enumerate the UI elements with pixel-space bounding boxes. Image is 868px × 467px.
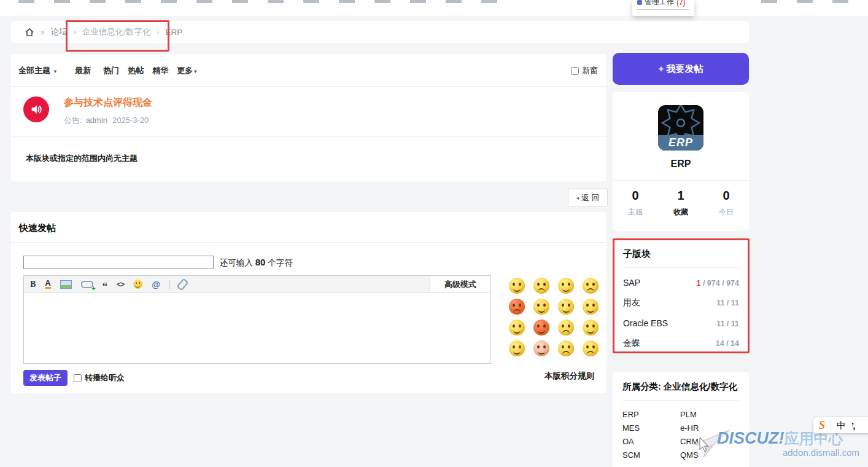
stat-favorites-label: 收藏 (658, 207, 703, 218)
category-links: ERP PLM MES e-HR OA CRM SCM QMS (622, 410, 739, 460)
smiley-icon-slight-smile[interactable] (558, 299, 574, 315)
ime-language-toggle[interactable]: 中 (837, 420, 846, 431)
filter-all-topics[interactable]: 全部主题 ▾ (18, 65, 56, 76)
smiley-picker-icon[interactable] (133, 280, 142, 289)
announcement-meta: 公告:admin2025-3-20 (64, 115, 152, 126)
nav-dropdown-panel: 管理工作(7) (632, 0, 694, 16)
smiley-icon-frown[interactable] (533, 278, 549, 294)
stat-today[interactable]: 0 今日 (703, 189, 749, 218)
category-link-oa[interactable]: OA (622, 437, 680, 446)
attachment-paperclip-icon[interactable] (176, 278, 188, 291)
subforum-name[interactable]: 用友 (623, 297, 640, 308)
message-textarea[interactable] (24, 293, 490, 362)
stat-topics[interactable]: 0 主题 (613, 189, 658, 218)
editor-toolbar: B A “ <> @ 高级模式 (24, 276, 490, 293)
category-link-mes[interactable]: MES (622, 423, 680, 433)
ime-punctuation-toggle[interactable]: ’, (851, 420, 854, 431)
smiley-icon-mad[interactable] (509, 299, 525, 315)
subforum-name[interactable]: Oracle EBS (623, 318, 668, 328)
announcement-author-link[interactable]: admin (86, 116, 107, 125)
category-link-ehr[interactable]: e-HR (680, 423, 739, 433)
home-icon[interactable] (25, 28, 34, 37)
back-button[interactable]: ◂ 返 回 (568, 189, 608, 207)
divider (613, 180, 749, 181)
smiley-icon-laugh[interactable] (583, 320, 599, 336)
admin-menu-item[interactable]: 管理工作(7) (637, 0, 694, 7)
forum-name: ERP (613, 159, 749, 170)
category-link-scm[interactable]: SCM (622, 450, 680, 460)
smiley-icon-sick[interactable] (533, 320, 549, 336)
ime-divider (831, 421, 831, 430)
forum-stats: 0 主题 1 收藏 0 今日 (613, 189, 749, 218)
broadcast-label: 转播给听众 (85, 372, 125, 383)
filter-more[interactable]: 更多▾ (177, 65, 197, 76)
subforum-count: 1 / 974 / 974 (696, 279, 739, 288)
advanced-mode-button[interactable]: 高级模式 (430, 276, 490, 292)
insert-image-icon[interactable] (60, 280, 72, 289)
insert-link-icon[interactable] (81, 281, 93, 288)
smiley-icon-tongue[interactable] (558, 340, 574, 356)
forum-logo-band: ERP (658, 135, 703, 151)
topic-filter-bar: 全部主题 ▾ 最新 热门 热帖 精华 更多▾ 新窗 (11, 54, 606, 80)
smiley-grid (508, 277, 599, 357)
smiley-icon-wonder[interactable] (533, 299, 549, 315)
subforums-card-with-red-annotation: 子版块 SAP 1 / 974 / 974 用友 11 / 11 Oracle … (613, 238, 750, 353)
chevron-down-icon: ▾ (54, 68, 57, 74)
smiley-icon-scream[interactable] (558, 320, 574, 336)
subforum-count: 11 / 11 (716, 320, 739, 328)
top-nav-clipped-text (18, 0, 510, 3)
quote-icon[interactable]: “ (103, 283, 108, 289)
subforum-row-sap[interactable]: SAP 1 / 974 / 974 (623, 278, 739, 288)
stat-today-value: 0 (703, 189, 749, 203)
filter-digest[interactable]: 精华 (152, 65, 168, 76)
smiley-icon-titter[interactable] (509, 320, 525, 336)
smiley-icon-cry[interactable] (583, 278, 599, 294)
chevron-down-icon: ▾ (194, 68, 197, 74)
forum-logo-text: ERP (668, 136, 693, 149)
breadcrumb-board-current: ERP (165, 28, 182, 37)
smiley-icon-biggrin[interactable] (558, 278, 574, 294)
submit-post-button[interactable]: 发表帖子 (23, 370, 68, 386)
category-link-plm[interactable]: PLM (680, 410, 739, 419)
subforum-name[interactable]: SAP (623, 278, 640, 288)
smiley-icon-content[interactable] (583, 299, 599, 315)
stat-favorites[interactable]: 1 收藏 (658, 189, 703, 218)
forum-info-card: ERP ERP 0 主题 1 收藏 0 今日 (613, 92, 749, 231)
smiley-icon-blush[interactable] (533, 340, 549, 356)
category-link-crm[interactable]: CRM (680, 437, 739, 446)
subject-input[interactable] (23, 256, 214, 269)
code-icon[interactable]: <> (117, 280, 124, 289)
broadcast-checkbox[interactable] (74, 374, 82, 382)
filter-latest[interactable]: 最新 (75, 65, 91, 76)
filter-hot-posts[interactable]: 热帖 (128, 65, 144, 76)
subforum-row-kingdee[interactable]: 金蝶 14 / 14 (623, 338, 739, 349)
top-nav-bar (0, 0, 868, 17)
category-link-qms[interactable]: QMS (680, 450, 739, 460)
bold-icon[interactable]: B (30, 280, 36, 289)
category-link-erp[interactable]: ERP (622, 410, 680, 419)
announcement-title-link[interactable]: 参与技术点评得现金 (64, 96, 152, 109)
subforum-row-oracle-ebs[interactable]: Oracle EBS 11 / 11 (623, 318, 739, 328)
divider (623, 267, 739, 268)
subforum-count: 11 / 11 (716, 299, 739, 307)
smiley-icon-hug[interactable] (509, 340, 525, 356)
sogou-logo-icon[interactable]: S (819, 419, 825, 432)
subforum-name[interactable]: 金蝶 (623, 338, 640, 349)
breadcrumb-separator: › (157, 28, 159, 36)
subforum-row-yonyou[interactable]: 用友 11 / 11 (623, 297, 739, 308)
stat-topics-value: 0 (613, 189, 658, 203)
breadcrumb-forum-link[interactable]: 论坛 (51, 26, 68, 37)
credit-rules-link[interactable]: 本版积分规则 (544, 371, 594, 382)
new-post-button[interactable]: + 我要发帖 (613, 53, 749, 85)
subforums-title: 子版块 (623, 248, 739, 260)
category-title: 所属分类: 企业信息化/数字化 (622, 381, 739, 393)
new-window-checkbox[interactable] (571, 67, 579, 75)
smiley-icon-smile[interactable] (509, 278, 525, 294)
ime-toolbar: S 中 ’, (813, 417, 868, 433)
back-button-label: 返 回 (581, 192, 600, 203)
breadcrumb-category-link[interactable]: 企业信息化/数字化 (82, 26, 151, 37)
smiley-icon-angry[interactable] (583, 340, 599, 356)
filter-hot[interactable]: 热门 (103, 65, 119, 76)
font-color-icon[interactable]: A (45, 280, 50, 289)
mention-at-icon[interactable]: @ (152, 280, 160, 289)
